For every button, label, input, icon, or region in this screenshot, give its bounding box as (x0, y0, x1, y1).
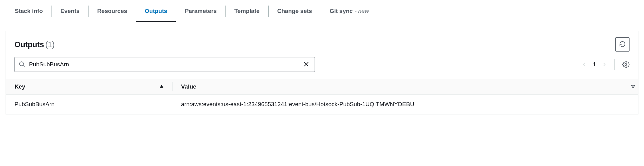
tab-change-sets[interactable]: Change sets (269, 5, 321, 18)
chevron-left-icon (581, 62, 587, 67)
refresh-button[interactable] (615, 37, 630, 52)
panel-title: Outputs (14, 40, 44, 49)
outputs-table: Key Value PubSu (6, 79, 638, 114)
chevron-right-icon (601, 62, 607, 67)
divider (614, 59, 615, 70)
cell-key: PubSubBusArn (6, 95, 172, 114)
tab-stack-info[interactable]: Stack info (6, 5, 52, 18)
table-row[interactable]: PubSubBusArn arn:aws:events:us-east-1:23… (6, 95, 638, 114)
tab-resources[interactable]: Resources (89, 5, 136, 18)
column-header-value[interactable]: Value (172, 79, 626, 95)
table-settings-button[interactable] (622, 61, 630, 68)
prev-page-button[interactable] (581, 62, 587, 67)
search-icon (19, 61, 25, 68)
column-prefs-button[interactable] (626, 79, 638, 95)
clear-search-button[interactable] (302, 60, 311, 70)
column-header-key[interactable]: Key (6, 79, 172, 95)
search-input[interactable] (25, 61, 302, 68)
svg-marker-5 (160, 85, 163, 88)
svg-marker-6 (631, 85, 634, 88)
tab-suffix-new: - new (355, 8, 369, 15)
tab-git-sync[interactable]: Git sync - new (321, 5, 378, 18)
tabs-bar: Stack info Events Resources Outputs Para… (0, 0, 644, 22)
gear-icon (622, 61, 630, 68)
cell-value: arn:aws:events:us-east-1:234965531241:ev… (172, 95, 638, 114)
filter-row: 1 (6, 52, 638, 79)
svg-line-1 (23, 65, 24, 67)
close-icon (303, 61, 310, 68)
outputs-panel: Outputs (1) 1 (6, 31, 638, 114)
search-box[interactable] (14, 57, 315, 72)
refresh-icon (619, 41, 626, 48)
tab-events[interactable]: Events (52, 5, 88, 18)
panel-header: Outputs (1) (6, 31, 638, 52)
panel-count: (1) (45, 40, 55, 49)
svg-point-0 (19, 62, 23, 66)
tab-parameters[interactable]: Parameters (176, 5, 225, 18)
triangle-down-icon (631, 85, 635, 89)
sort-asc-icon (159, 83, 164, 90)
next-page-button[interactable] (601, 62, 607, 67)
svg-point-4 (625, 64, 627, 65)
tab-outputs[interactable]: Outputs (136, 5, 176, 18)
page-number: 1 (592, 61, 596, 68)
tab-template[interactable]: Template (226, 5, 268, 18)
pagination: 1 (581, 59, 630, 70)
